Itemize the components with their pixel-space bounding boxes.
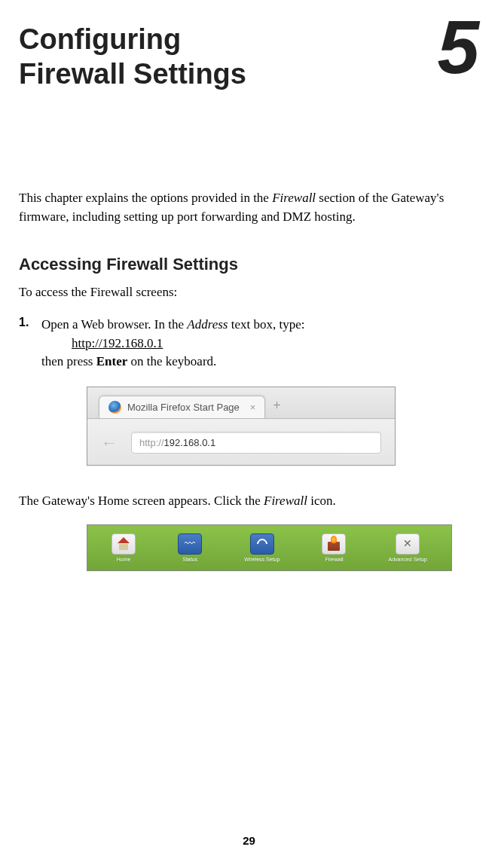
section-heading: Accessing Firewall Settings [19, 255, 479, 274]
tools-icon: ✕ [396, 533, 420, 555]
intro-paragraph: This chapter explains the options provid… [19, 189, 479, 226]
nav-firewall: Firewall [322, 533, 346, 562]
browser-tab: Mozilla Firefox Start Page × [99, 396, 265, 418]
intro-pre: This chapter explains the options provid… [19, 191, 272, 205]
step1-mid: text box, type: [228, 317, 304, 332]
home-icon [112, 533, 136, 555]
nav-status: 〰 Status [178, 533, 202, 562]
nav-status-label: Status [182, 557, 197, 562]
section-lead: To access the Firewall screens: [19, 283, 479, 302]
step1-pre: Open a Web browser. In the [41, 317, 187, 332]
result-firewall-word: Firewall [264, 494, 307, 508]
wifi-icon [250, 533, 274, 555]
result-paragraph: The Gateway's Home screen appears. Click… [19, 492, 479, 511]
firefox-icon [108, 401, 121, 414]
address-bar: http://192.168.0.1 [131, 432, 381, 454]
step1-post-a: then press [41, 354, 96, 368]
title-line-1: Configuring [19, 23, 181, 55]
nav-home-label: Home [117, 557, 131, 562]
url-host: 192.168.0.1 [164, 437, 216, 448]
page-number: 29 [243, 834, 255, 847]
result-post: icon. [307, 494, 336, 508]
step-number: 1. [19, 316, 32, 371]
nav-firewall-label: Firewall [325, 557, 343, 562]
firewall-icon [322, 533, 346, 555]
url-scheme: http:// [139, 437, 164, 448]
new-tab-icon: + [273, 398, 280, 418]
nav-advanced-label: Advanced Setup [389, 557, 427, 562]
nav-advanced: ✕ Advanced Setup [389, 533, 427, 562]
chapter-number: 5 [437, 17, 479, 77]
step1-post-c: on the keyboard. [127, 354, 216, 368]
back-arrow-icon: ← [101, 433, 118, 453]
tab-label: Mozilla Firefox Start Page [127, 402, 240, 413]
result-pre: The Gateway's Home screen appears. Click… [19, 494, 264, 508]
browser-nav-row: ← http://192.168.0.1 [87, 419, 395, 466]
chapter-header: Configuring Firewall Settings 5 [19, 23, 479, 91]
step-1: 1. Open a Web browser. In the Address te… [19, 316, 479, 371]
chapter-title: Configuring Firewall Settings [19, 23, 246, 91]
gateway-url: http://192.168.0.1 [72, 335, 163, 353]
step1-address-word: Address [187, 317, 228, 332]
gateway-nav-screenshot: Home 〰 Status Wireless Setup Firewall ✕ … [87, 524, 452, 571]
step-content: Open a Web browser. In the Address text … [41, 316, 304, 371]
intro-firewall-word: Firewall [272, 191, 316, 205]
nav-home: Home [112, 533, 136, 562]
status-icon: 〰 [178, 533, 202, 555]
nav-wireless: Wireless Setup [244, 533, 280, 562]
title-line-2: Firewall Settings [19, 58, 246, 90]
browser-screenshot: Mozilla Firefox Start Page × + ← http://… [87, 387, 396, 466]
enter-key: Enter [96, 354, 128, 368]
close-icon: × [250, 402, 256, 413]
browser-tab-bar: Mozilla Firefox Start Page × + [87, 387, 395, 419]
nav-wireless-label: Wireless Setup [244, 557, 280, 562]
